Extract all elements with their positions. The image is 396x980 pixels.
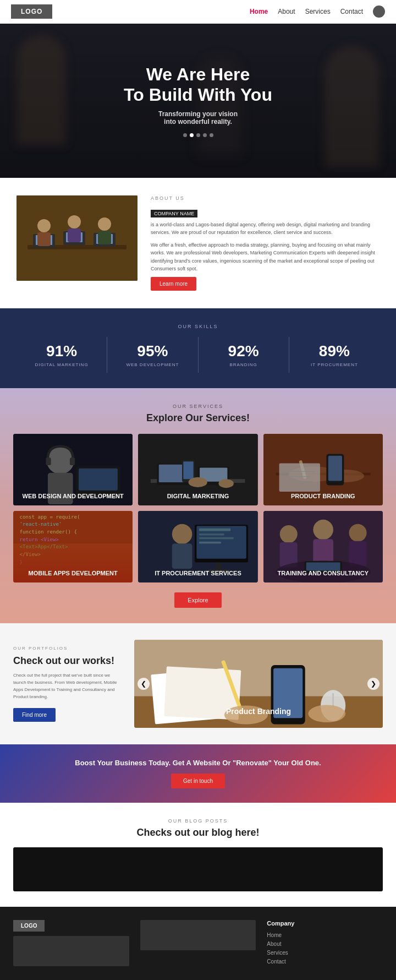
- portfolio-desc: Check out the full project that we've bu…: [13, 672, 123, 700]
- skills-tag: OUR SKILLS: [16, 324, 380, 329]
- about-highlight: COMPANY NAME: [151, 210, 197, 217]
- about-section: ABOUT US COMPANY NAME is a world-class a…: [0, 178, 396, 308]
- service-card-prodbrand[interactable]: PRODUCT BRANDING: [263, 434, 383, 505]
- svg-rect-15: [16, 195, 138, 281]
- slider-arrow-left[interactable]: ❮: [138, 678, 150, 690]
- portfolio-section: OUR PORTFOLIOS Check out our works! Chec…: [0, 623, 396, 744]
- footer-link-contact[interactable]: Contact: [267, 959, 383, 965]
- explore-button[interactable]: Explore: [174, 592, 221, 608]
- blog-tag: OUR BLOG POSTS: [13, 818, 383, 824]
- hero-dot-active[interactable]: [190, 133, 194, 137]
- skill-branding: 92% BRANDING: [199, 337, 289, 373]
- footer-col-links: [140, 920, 256, 967]
- skills-section: OUR SKILLS 91% DIGITAL MARKETING 95% WEB…: [0, 308, 396, 388]
- blog-section: OUR BLOG POSTS Checks out our blog here!: [0, 803, 396, 907]
- service-card-webdev-title: WEB DESIGN AND DEVELOPMENT: [23, 492, 124, 500]
- services-tag: OUR SERVICES: [13, 404, 383, 409]
- hero-dot[interactable]: [196, 133, 200, 137]
- skill-label: IT PROCUREMENT: [294, 362, 375, 367]
- portfolio-tag: OUR PORTFOLIOS: [13, 646, 123, 651]
- services-section: OUR SERVICES Explore Our Services!: [0, 388, 396, 623]
- footer: LOGO Company Home About Services Contact: [0, 907, 396, 980]
- skill-pct: 91%: [21, 342, 102, 360]
- blog-placeholder: [13, 847, 383, 891]
- footer-grid: LOGO Company Home About Services Contact: [13, 920, 383, 967]
- skill-pct: 89%: [294, 342, 375, 360]
- blog-title: Checks out our blog here!: [13, 827, 383, 839]
- about-text: ABOUT US COMPANY NAME is a world-class a…: [151, 195, 380, 291]
- cta-section: Boost Your Business Today. Get A Website…: [0, 744, 396, 803]
- service-card-itproc-title: IT PROCUREMENT SERVICES: [155, 569, 241, 577]
- navbar: LOGO Home About Services Contact: [0, 0, 396, 24]
- skill-label: WEB DEVELOPMENT: [112, 362, 193, 367]
- nav-services[interactable]: Services: [305, 8, 331, 15]
- footer-col-logo: LOGO: [13, 920, 129, 967]
- portfolio-slider: Product Branding ❮ ❯: [134, 640, 383, 728]
- nav-home[interactable]: Home: [250, 8, 268, 15]
- footer-link-about[interactable]: About: [267, 941, 383, 947]
- hero-content: We Are Here To Build With You Transformi…: [124, 64, 272, 138]
- footer-logo: LOGO: [13, 920, 45, 932]
- service-card-prodbrand-title: PRODUCT BRANDING: [291, 492, 355, 500]
- skill-pct: 92%: [203, 342, 284, 360]
- skill-digital-marketing: 91% DIGITAL MARKETING: [16, 337, 107, 373]
- service-card-webdev[interactable]: WEB DESIGN AND DEVELOPMENT: [13, 434, 133, 505]
- hero-dots: [124, 133, 272, 137]
- logo: LOGO: [11, 4, 52, 19]
- hero-dot[interactable]: [203, 133, 207, 137]
- skills-grid: 91% DIGITAL MARKETING 95% WEB DEVELOPMEN…: [16, 337, 380, 373]
- learn-more-button[interactable]: Learn more: [151, 277, 196, 291]
- about-tag: ABOUT US: [151, 195, 380, 201]
- service-card-digmkt-title: DIGITAL MARKETING: [167, 492, 229, 500]
- services-title: Explore Our Services!: [13, 412, 383, 424]
- footer-company-label: Company: [267, 920, 383, 927]
- slider-arrow-right[interactable]: ❯: [367, 678, 380, 690]
- hero-section: We Are Here To Build With You Transformi…: [0, 24, 396, 178]
- footer-link-home[interactable]: Home: [267, 932, 383, 938]
- service-card-itproc[interactable]: IT PROCUREMENT SERVICES: [138, 511, 257, 582]
- skill-web-development: 95% WEB DEVELOPMENT: [107, 337, 198, 373]
- footer-logo-image: [13, 936, 129, 966]
- about-paragraph2: We offer a fresh, effective approach to …: [151, 241, 380, 273]
- service-card-digmkt[interactable]: DIGITAL MARKETING: [138, 434, 257, 505]
- cta-button[interactable]: Get in touch: [171, 774, 225, 788]
- nav-contact[interactable]: Contact: [340, 8, 363, 15]
- service-card-mobile-title: MOBILE APPS DEVELOPMENT: [29, 569, 118, 577]
- skill-pct: 95%: [112, 342, 193, 360]
- cta-text: Boost Your Business Today. Get A Website…: [16, 759, 380, 767]
- services-grid: WEB DESIGN AND DEVELOPMENT: [13, 434, 383, 582]
- hero-heading: We Are Here To Build With You: [124, 64, 272, 105]
- skill-label: BRANDING: [203, 362, 284, 367]
- theme-toggle-icon[interactable]: [373, 6, 385, 18]
- footer-col-company: Company Home About Services Contact: [267, 920, 383, 967]
- service-card-training-title: TRAINING AND CONSULTANCY: [278, 569, 369, 577]
- skill-label: DIGITAL MARKETING: [21, 362, 102, 367]
- service-card-mobile[interactable]: const app = require( 'react-native' func…: [13, 511, 133, 582]
- hero-dot[interactable]: [183, 133, 187, 137]
- find-more-button[interactable]: Find more: [13, 708, 56, 722]
- service-card-training[interactable]: TRAINING AND CONSULTANCY: [263, 511, 383, 582]
- about-image-svg: [16, 195, 138, 281]
- nav-links: Home About Services Contact: [250, 6, 385, 18]
- footer-links-image: [140, 920, 256, 950]
- about-image: [16, 195, 138, 281]
- hero-dot[interactable]: [210, 133, 213, 137]
- hero-subtext: Transforming your vision into wonderful …: [124, 110, 272, 126]
- portfolio-title: Check out our works!: [13, 655, 123, 667]
- skill-it-procurement: 89% IT PROCUREMENT: [289, 337, 380, 373]
- portfolio-text: OUR PORTFOLIOS Check out our works! Chec…: [13, 646, 123, 722]
- nav-about[interactable]: About: [278, 8, 295, 15]
- portfolio-slide-label: Product Branding: [134, 701, 383, 721]
- footer-link-services[interactable]: Services: [267, 950, 383, 956]
- about-paragraph1: is a world-class and Lagos-based digital…: [151, 221, 380, 237]
- skills-content: OUR SKILLS 91% DIGITAL MARKETING 95% WEB…: [16, 324, 380, 373]
